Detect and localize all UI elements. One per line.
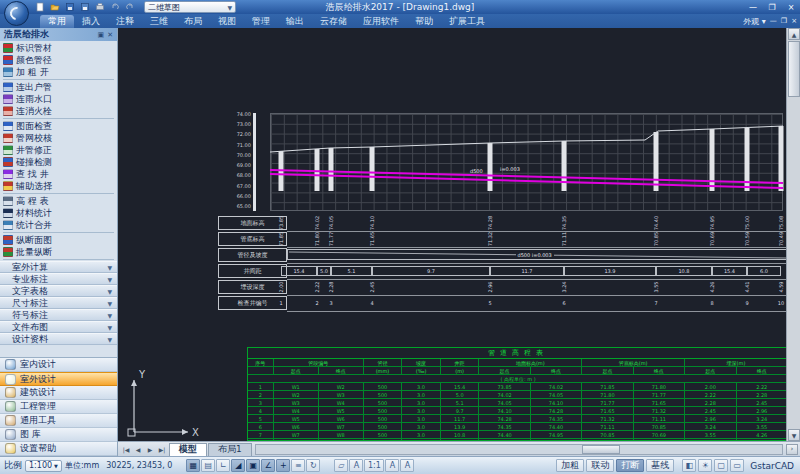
layout-nav-icon[interactable]: ▶|: [156, 443, 168, 455]
ribbon-tab-云存储[interactable]: 云存储: [312, 15, 355, 28]
category-button[interactable]: 通用工具: [0, 414, 117, 428]
palette-pin-icon[interactable]: ▣: [98, 31, 105, 39]
doc-close-button[interactable]: ×: [791, 17, 797, 25]
palette-menu-室外计算[interactable]: 室外计算▼: [0, 261, 117, 273]
category-button[interactable]: 室外设计: [0, 372, 117, 386]
snap-icon[interactable]: ▤: [201, 459, 215, 472]
save-icon[interactable]: [63, 1, 76, 13]
doc-restore-button[interactable]: ❐: [781, 17, 787, 25]
save-as-icon[interactable]: [78, 1, 91, 13]
palette-menu-文字表格[interactable]: 文字表格▼: [0, 285, 117, 297]
palette-close-icon[interactable]: ✕: [107, 31, 113, 39]
mode-button-基线[interactable]: 基线: [646, 459, 674, 472]
category-button[interactable]: 图 库: [0, 428, 117, 442]
mode-button-打断[interactable]: 打断: [616, 459, 644, 472]
palette-item[interactable]: 连雨水口: [0, 93, 117, 105]
maximize-button[interactable]: ❐: [763, 2, 781, 13]
ribbon-tab-插入[interactable]: 插入: [74, 15, 108, 28]
layout-tab-布局1[interactable]: 布局1: [208, 443, 252, 456]
annotation-auto-icon[interactable]: A: [400, 459, 414, 472]
open-icon[interactable]: [48, 1, 61, 13]
minimize-button[interactable]: —: [744, 2, 762, 13]
palette-item[interactable]: 辅助选择: [0, 180, 117, 192]
palette-menu-专业标注[interactable]: 专业标注▼: [0, 273, 117, 285]
scroll-right-icon[interactable]: ›: [786, 444, 798, 455]
new-icon[interactable]: [33, 1, 46, 13]
palette-item[interactable]: 高 程 表: [0, 195, 117, 207]
polar-icon[interactable]: ◢: [231, 459, 245, 472]
palette-menu-设计资料[interactable]: 设计资料▼: [0, 333, 117, 345]
cycle-icon[interactable]: ↻: [306, 459, 320, 472]
ribbon-tab-输出[interactable]: 输出: [278, 15, 312, 28]
ribbon-tab-常用[interactable]: 常用: [40, 15, 74, 28]
ribbon-tab-三维[interactable]: 三维: [142, 15, 176, 28]
lineweight-icon[interactable]: ≡: [291, 459, 305, 472]
ortho-icon[interactable]: ∟: [216, 459, 230, 472]
app-logo-button[interactable]: [4, 1, 29, 26]
palette-menu-尺寸标注[interactable]: 尺寸标注▼: [0, 297, 117, 309]
redo-icon[interactable]: [123, 1, 136, 13]
horizontal-scrollbar[interactable]: [255, 444, 783, 455]
ribbon-tab-扩展工具[interactable]: 扩展工具: [441, 15, 493, 28]
doc-minimize-button[interactable]: —: [770, 17, 777, 25]
palette-item[interactable]: 纵断面图: [0, 234, 117, 246]
palette-item[interactable]: 井管修正: [0, 144, 117, 156]
dyn-icon[interactable]: +: [276, 459, 290, 472]
undo-icon[interactable]: [108, 1, 121, 13]
scroll-up-icon[interactable]: ▲: [788, 28, 800, 40]
annotation-scale-value[interactable]: 1:1: [364, 459, 384, 472]
vertical-scrollbar[interactable]: ▲ ▼: [786, 28, 800, 441]
green-table-cell: 74.35: [531, 415, 582, 423]
palette-item[interactable]: 查 找 井: [0, 168, 117, 180]
palette-item[interactable]: 碰撞检测: [0, 156, 117, 168]
palette-item[interactable]: 材料统计: [0, 207, 117, 219]
palette-menu-符号标注[interactable]: 符号标注▼: [0, 309, 117, 321]
layout-nav-icon[interactable]: ◀: [132, 443, 144, 455]
ribbon-tab-帮助[interactable]: 帮助: [407, 15, 441, 28]
ribbon-tab-应用软件[interactable]: 应用软件: [355, 15, 407, 28]
category-button[interactable]: 工程管理: [0, 400, 117, 414]
category-button[interactable]: 设置帮助: [0, 442, 117, 456]
bulb-icon[interactable]: ☀: [698, 459, 712, 472]
appearance-button[interactable]: 外观 ▾: [743, 16, 766, 27]
annotation-scale-icon[interactable]: A: [349, 459, 363, 472]
palette-item[interactable]: 颜色管径: [0, 54, 117, 66]
otrack-icon[interactable]: ∠: [261, 459, 275, 472]
ribbon-tab-布局[interactable]: 布局: [176, 15, 210, 28]
osnap-icon[interactable]: ▣: [246, 459, 260, 472]
layout-nav-icon[interactable]: ▶: [144, 443, 156, 455]
palette-item[interactable]: 连消火栓: [0, 105, 117, 117]
green-table-cell: 13.9: [441, 423, 480, 431]
scale-dropdown[interactable]: 1:100▼: [25, 460, 62, 472]
mode-button-联动[interactable]: 联动: [586, 459, 614, 472]
drawing-canvas[interactable]: 74.0073.0072.0071.0070.0069.0068.0067.00…: [118, 28, 786, 441]
grid-icon[interactable]: ▦: [186, 459, 200, 472]
isolate-icon[interactable]: ▢: [714, 459, 728, 472]
palette-item[interactable]: 图面检查: [0, 120, 117, 132]
horizontal-scroll-thumb[interactable]: [582, 445, 620, 454]
palette-item[interactable]: 管网校核: [0, 132, 117, 144]
palette-item[interactable]: 统计合并: [0, 219, 117, 231]
green-table-header-cell: 埋深(m): [685, 359, 786, 367]
lock-icon[interactable]: ◧: [682, 459, 696, 472]
vertical-scroll-thumb[interactable]: [788, 41, 800, 97]
ribbon-tab-注释[interactable]: 注释: [108, 15, 142, 28]
ribbon-tab-视图[interactable]: 视图: [210, 15, 244, 28]
category-button[interactable]: 建筑设计: [0, 386, 117, 400]
mode-button-加粗[interactable]: 加粗: [556, 459, 584, 472]
palette-item[interactable]: 标识管材: [0, 42, 117, 54]
palette-item[interactable]: 连出户管: [0, 81, 117, 93]
annotation-visibility-icon[interactable]: A: [385, 459, 399, 472]
palette-item[interactable]: 批量纵断: [0, 246, 117, 258]
close-button[interactable]: ×: [782, 2, 800, 13]
model-paper-icon[interactable]: ▱: [334, 459, 348, 472]
palette-menu-文件布图[interactable]: 文件布图▼: [0, 321, 117, 333]
layout-nav-icon[interactable]: |◀: [120, 443, 132, 455]
cleanscreen-icon[interactable]: ▭: [730, 459, 744, 472]
print-icon[interactable]: [93, 1, 106, 13]
layout-tab-模型[interactable]: 模型: [169, 443, 207, 456]
ribbon-tab-管理[interactable]: 管理: [244, 15, 278, 28]
category-button[interactable]: 室内设计: [0, 358, 117, 372]
palette-item[interactable]: 加 粗 开: [0, 66, 117, 78]
scroll-down-icon[interactable]: ▼: [788, 429, 800, 441]
